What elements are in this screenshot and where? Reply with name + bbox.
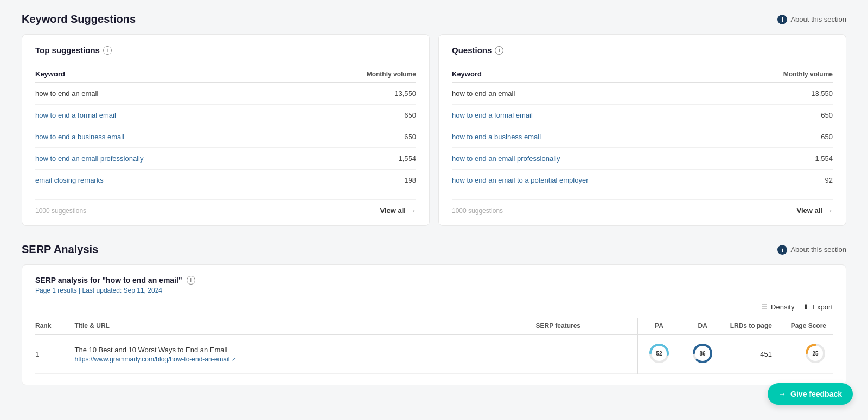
top-suggestions-keyword-link[interactable]: how to end an email professionally xyxy=(35,154,143,163)
density-button[interactable]: ☰ Density xyxy=(761,303,794,311)
questions-info-icon[interactable]: i xyxy=(495,46,503,55)
top-suggestions-header: Top suggestions i xyxy=(35,46,416,55)
serp-col-pa: PA xyxy=(637,318,681,334)
questions-view-all[interactable]: View all → xyxy=(797,206,833,215)
serp-analysis-header: SERP Analysis i About this section xyxy=(22,243,846,256)
questions-keyword-link[interactable]: how to end a formal email xyxy=(452,111,533,119)
questions-row: how to end an email13,550 xyxy=(452,83,833,105)
density-icon: ☰ xyxy=(761,303,768,311)
keyword-suggestions-columns: Top suggestions i Keyword Monthly volume… xyxy=(22,34,846,226)
questions-row: how to end an email to a potential emplo… xyxy=(452,170,833,191)
questions-row: how to end a business email650 xyxy=(452,126,833,148)
top-suggestions-keyword[interactable]: email closing remarks xyxy=(35,170,296,191)
top-suggestions-title: Top suggestions xyxy=(35,46,100,55)
questions-keyword[interactable]: how to end a business email xyxy=(452,126,731,148)
serp-analysis-section: SERP Analysis i About this section SERP … xyxy=(22,243,846,385)
serp-meta: Page 1 results | Last updated: Sep 11, 2… xyxy=(35,287,833,294)
keyword-suggestions-title: Keyword Suggestions xyxy=(22,13,136,25)
questions-row: how to end an email professionally1,554 xyxy=(452,148,833,170)
top-suggestions-footer: 1000 suggestions View all → xyxy=(35,199,416,215)
top-suggestions-info-icon[interactable]: i xyxy=(103,46,112,55)
questions-col-keyword: Keyword xyxy=(452,66,731,83)
questions-view-all-arrow-icon: → xyxy=(826,206,833,215)
serp-card-header: SERP analysis for "how to end an email" … xyxy=(35,276,833,294)
questions-keyword[interactable]: how to end an email to a potential emplo… xyxy=(452,170,731,191)
external-link-icon: ↗ xyxy=(232,356,236,362)
top-suggestions-keyword[interactable]: how to end a formal email xyxy=(35,105,296,126)
top-suggestions-view-all[interactable]: View all → xyxy=(380,206,416,215)
export-button[interactable]: ⬇ Export xyxy=(803,303,833,311)
questions-keyword-link[interactable]: how to end a business email xyxy=(452,133,541,141)
questions-title: Questions xyxy=(452,46,492,55)
questions-volume: 650 xyxy=(731,126,833,148)
give-feedback-arrow-icon: → xyxy=(778,390,786,398)
serp-card-info-icon[interactable]: i xyxy=(187,276,195,285)
serp-meta-updated: Last updated: Sep 11, 2024 xyxy=(82,287,162,294)
serp-analysis-card: SERP analysis for "how to end an email" … xyxy=(22,264,846,385)
questions-card: Questions i Keyword Monthly volume how t… xyxy=(438,34,846,226)
questions-keyword-link[interactable]: how to end an email professionally xyxy=(452,154,560,163)
svg-text:52: 52 xyxy=(656,351,662,357)
questions-keyword: how to end an email xyxy=(452,83,731,105)
serp-title-url: The 10 Best and 10 Worst Ways to End an … xyxy=(68,334,529,374)
top-suggestions-row: how to end an email13,550 xyxy=(35,83,416,105)
serp-col-page-score: Page Score xyxy=(778,318,833,334)
questions-col-volume: Monthly volume xyxy=(731,66,833,83)
give-feedback-button[interactable]: → Give feedback xyxy=(768,383,853,398)
top-suggestions-keyword[interactable]: how to end a business email xyxy=(35,126,296,148)
view-all-arrow-icon: → xyxy=(409,206,416,215)
questions-count: 1000 suggestions xyxy=(452,207,503,215)
serp-page-score: 25 xyxy=(778,334,833,374)
export-icon: ⬇ xyxy=(803,303,809,311)
give-feedback-label: Give feedback xyxy=(790,390,842,398)
serp-col-da: DA xyxy=(681,318,724,334)
questions-table: Keyword Monthly volume how to end an ema… xyxy=(452,66,833,191)
serp-col-rank: Rank xyxy=(35,318,68,334)
top-suggestions-keyword-link[interactable]: email closing remarks xyxy=(35,176,104,184)
top-suggestions-keyword: how to end an email xyxy=(35,83,296,105)
serp-da: 86 xyxy=(681,334,724,374)
serp-analysis-title: SERP Analysis xyxy=(22,243,98,256)
top-suggestions-keyword[interactable]: how to end an email professionally xyxy=(35,148,296,170)
serp-pa: 52 xyxy=(637,334,681,374)
serp-title-text: The 10 Best and 10 Worst Ways to End an … xyxy=(75,346,522,354)
questions-footer: 1000 suggestions View all → xyxy=(452,199,833,215)
questions-keyword[interactable]: how to end an email professionally xyxy=(452,148,731,170)
serp-row: 1The 10 Best and 10 Worst Ways to End an… xyxy=(35,334,833,374)
serp-url-link[interactable]: https://www.grammarly.com/blog/how-to-en… xyxy=(75,356,522,363)
top-suggestions-keyword-link[interactable]: how to end a business email xyxy=(35,133,124,141)
top-suggestions-volume: 13,550 xyxy=(296,83,416,105)
top-suggestions-col-volume: Monthly volume xyxy=(296,66,416,83)
serp-lrds: 451 xyxy=(724,334,778,374)
questions-volume: 650 xyxy=(731,105,833,126)
keyword-suggestions-about-label: About this section xyxy=(790,15,846,23)
questions-row: how to end a formal email650 xyxy=(452,105,833,126)
serp-analysis-about-label: About this section xyxy=(790,245,846,254)
serp-analysis-about-link[interactable]: i About this section xyxy=(777,245,846,255)
top-suggestions-card: Top suggestions i Keyword Monthly volume… xyxy=(22,34,430,226)
svg-text:86: 86 xyxy=(700,351,706,357)
svg-text:25: 25 xyxy=(812,351,819,357)
top-suggestions-volume: 650 xyxy=(296,105,416,126)
questions-keyword-link[interactable]: how to end an email to a potential emplo… xyxy=(452,176,589,184)
top-suggestions-row: how to end a formal email650 xyxy=(35,105,416,126)
top-suggestions-row: how to end a business email650 xyxy=(35,126,416,148)
keyword-suggestions-header: Keyword Suggestions i About this section xyxy=(22,13,846,25)
export-label: Export xyxy=(812,303,833,311)
top-suggestions-volume: 198 xyxy=(296,170,416,191)
top-suggestions-keyword-link[interactable]: how to end a formal email xyxy=(35,111,116,119)
questions-volume: 92 xyxy=(731,170,833,191)
serp-table: Rank Title & URL SERP features PA DA LRD… xyxy=(35,318,833,374)
top-suggestions-count: 1000 suggestions xyxy=(35,207,86,215)
serp-col-title-url: Title & URL xyxy=(68,318,529,334)
density-label: Density xyxy=(771,303,794,311)
serp-analysis-info-icon: i xyxy=(777,245,787,255)
serp-col-serp: SERP features xyxy=(529,318,637,334)
questions-keyword[interactable]: how to end a formal email xyxy=(452,105,731,126)
top-suggestions-col-keyword: Keyword xyxy=(35,66,296,83)
serp-toolbar: ☰ Density ⬇ Export xyxy=(35,303,833,311)
keyword-suggestions-about-link[interactable]: i About this section xyxy=(777,15,846,24)
keyword-suggestions-info-icon: i xyxy=(777,15,787,24)
serp-rank: 1 xyxy=(35,334,68,374)
serp-features xyxy=(529,334,637,374)
